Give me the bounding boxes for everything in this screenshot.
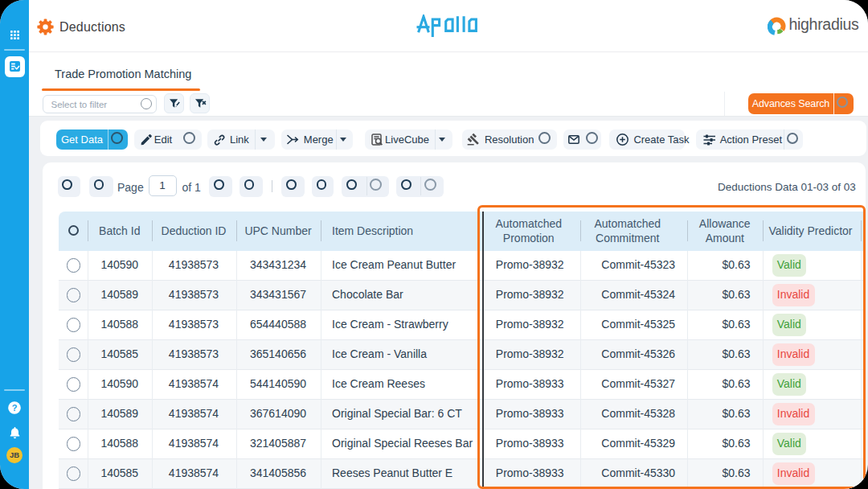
svg-text:?: ? <box>12 402 18 412</box>
